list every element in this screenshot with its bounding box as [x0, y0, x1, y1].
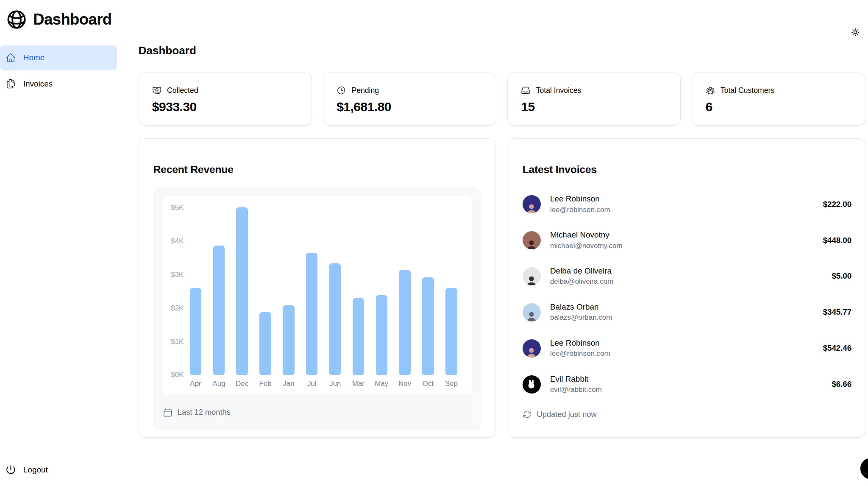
invoice-row: Michael Novotny michael@novotny.com $448… [523, 222, 851, 258]
avatar [523, 375, 541, 394]
bar-oct [422, 277, 434, 375]
avatar [523, 267, 541, 285]
invoice-customer-name: Evil Rabbit [550, 374, 602, 384]
x-axis-label: Oct [423, 380, 434, 388]
y-axis-label: $4K [171, 237, 184, 246]
y-axis-label: $1K [171, 338, 184, 346]
stat-card-total-invoices: Total Invoices 15 [507, 73, 681, 126]
invoice-customer-name: Michael Novotny [550, 230, 623, 240]
bar-sep [445, 288, 457, 375]
chart-column: Nov [393, 204, 417, 388]
rabbit-icon [526, 378, 537, 390]
bar-apr [190, 288, 201, 375]
invoice-amount: $6.66 [832, 380, 851, 389]
x-axis-label: Jan [283, 380, 294, 388]
app: Dashboard Home Invoices Logout Dashboard… [0, 0, 868, 486]
invoice-amount: $542.46 [823, 344, 851, 353]
person-icon [524, 346, 539, 357]
person-icon [524, 274, 539, 285]
invoices-footer-label: Updated just now [537, 410, 597, 419]
revenue-chart-panel: $5K$4K$3K$2K$1K$0K AprAugDecFebJanJulJun… [153, 187, 481, 431]
invoice-customer-email: lee@robinson.com [550, 349, 610, 358]
invoice-row: Delba de Oliveira delba@oliveira.com $5.… [523, 258, 851, 294]
x-axis-label: Aug [212, 380, 225, 388]
stat-card-label: Total Invoices [536, 86, 581, 95]
x-axis-label: Sep [445, 380, 458, 388]
bar-dec [236, 207, 248, 375]
stat-card-label: Collected [167, 86, 198, 95]
document-duplicate-icon [6, 78, 16, 89]
chart-footer: Last 12 months [162, 408, 472, 422]
brand-title: Dashboard [33, 11, 111, 28]
y-axis-labels: $5K$4K$3K$2K$1K$0K [171, 204, 184, 380]
chart-column: May [370, 204, 393, 388]
stat-card-value: $1,681.80 [337, 100, 482, 114]
bar-feb [259, 312, 271, 375]
avatar [523, 231, 541, 249]
inbox-icon [521, 86, 530, 95]
invoice-row: Evil Rabbit evil@rabbit.com $6.66 [523, 366, 851, 402]
stats-row: Collected $933.30 Pending $1,681.80 Tota… [139, 73, 865, 126]
sidebar-item-home[interactable]: Home [0, 45, 117, 70]
sidebar-item-invoices[interactable]: Invoices [0, 71, 117, 96]
sidebar: Dashboard Home Invoices Logout [0, 0, 117, 486]
chart-column: Feb [254, 204, 277, 388]
user-group-icon [706, 86, 715, 95]
brand: Dashboard [0, 0, 117, 31]
chart-footer-label: Last 12 months [178, 408, 231, 417]
y-axis-label: $2K [171, 304, 184, 313]
bar-aug [213, 246, 225, 375]
invoice-customer-name: Balazs Orban [550, 302, 612, 312]
x-axis-label: Feb [259, 380, 271, 388]
y-axis-label: $3K [171, 271, 184, 279]
revenue-card: Recent Revenue $5K$4K$3K$2K$1K$0K AprAug… [139, 138, 495, 437]
invoice-customer-name: Lee Robinson [550, 338, 610, 348]
invoice-customer-email: lee@robinson.com [550, 205, 610, 215]
invoice-row: Balazs Orban balazs@orban.com $345.77 [523, 294, 851, 330]
stat-card-label: Pending [351, 86, 379, 95]
stat-card-total-customers: Total Customers 6 [692, 73, 865, 126]
stat-card-collected: Collected $933.30 [139, 73, 312, 126]
power-icon [6, 464, 16, 475]
chart-column: Mar [347, 204, 370, 388]
invoice-amount: $222.00 [823, 200, 851, 209]
stat-card-value: 6 [706, 100, 851, 114]
chart-column: Aug [207, 204, 231, 388]
x-axis-label: Dec [236, 380, 248, 388]
bar-nov [399, 270, 410, 375]
stat-card-pending: Pending $1,681.80 [323, 73, 496, 126]
chart-column: Jun [323, 204, 347, 388]
arrow-path-icon [523, 410, 532, 419]
avatar [523, 339, 541, 358]
bar-jun [329, 263, 341, 375]
invoice-amount: $5.00 [832, 271, 851, 281]
logout-label: Logout [23, 465, 48, 475]
bar-may [376, 295, 387, 375]
chart-column: Sep [440, 204, 463, 388]
invoice-customer-email: balazs@orban.com [550, 313, 612, 322]
invoice-amount: $448.00 [823, 236, 851, 245]
avatar [523, 303, 541, 321]
globe-icon [6, 8, 28, 31]
revenue-bar-chart: $5K$4K$3K$2K$1K$0K AprAugDecFebJanJulJun… [162, 196, 472, 394]
x-axis-label: Apr [190, 380, 201, 388]
bar-jan [283, 305, 294, 375]
chart-column: Jan [277, 204, 300, 388]
sidebar-nav: Home Invoices [0, 45, 117, 96]
x-axis-label: Mar [352, 380, 364, 388]
invoice-customer-email: evil@rabbit.com [550, 385, 602, 394]
avatar [523, 195, 541, 213]
invoice-customer-name: Lee Robinson [550, 194, 610, 204]
y-axis-label: $0K [171, 371, 184, 380]
person-icon [524, 310, 539, 321]
invoice-row: Lee Robinson lee@robinson.com $222.00 [523, 186, 851, 222]
banknotes-icon [152, 86, 161, 95]
logout-button[interactable]: Logout [0, 458, 117, 480]
dashboard-panels: Recent Revenue $5K$4K$3K$2K$1K$0K AprAug… [139, 138, 865, 437]
stat-card-value: 15 [521, 100, 667, 114]
x-axis-label: Jul [307, 380, 317, 388]
invoice-customer-name: Delba de Oliveira [550, 266, 613, 276]
stat-card-value: $933.30 [152, 100, 298, 114]
x-axis-label: Nov [398, 380, 411, 388]
y-axis-label: $5K [171, 204, 184, 212]
